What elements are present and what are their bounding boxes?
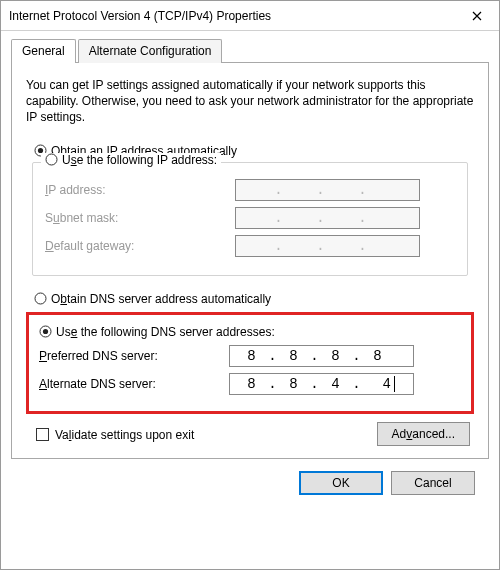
radio-dns-auto[interactable]: Obtain DNS server address automatically (34, 292, 474, 306)
highlight-dns-section: Use the following DNS server addresses: … (26, 312, 474, 414)
group-ip-manual: Use the following IP address: IP address… (32, 162, 468, 276)
input-preferred-dns[interactable]: 8.8.8.8 (229, 345, 414, 367)
input-alternate-dns[interactable]: 8.8.4.4 (229, 373, 414, 395)
advanced-button[interactable]: Advanced... (377, 422, 470, 446)
label-alternate-dns: Alternate DNS server: (39, 377, 229, 391)
label-preferred-dns: Preferred DNS server: (39, 349, 229, 363)
tab-alternate[interactable]: Alternate Configuration (78, 39, 223, 63)
input-default-gateway: ... (235, 235, 420, 257)
radio-unselected-icon (45, 153, 58, 166)
label-subnet-mask: Subnet mask: (45, 211, 235, 225)
window-title: Internet Protocol Version 4 (TCP/IPv4) P… (9, 9, 455, 23)
svg-point-5 (43, 329, 48, 334)
intro-text: You can get IP settings assigned automat… (26, 77, 474, 126)
tab-strip: General Alternate Configuration (11, 39, 489, 63)
cancel-button[interactable]: Cancel (391, 471, 475, 495)
content-area: General Alternate Configuration You can … (1, 31, 499, 569)
radio-ip-manual-label: Use the following IP address: (62, 153, 217, 167)
input-ip-address: ... (235, 179, 420, 201)
input-subnet-mask: ... (235, 207, 420, 229)
radio-dns-auto-label: Obtain DNS server address automatically (51, 292, 271, 306)
dialog-window: Internet Protocol Version 4 (TCP/IPv4) P… (0, 0, 500, 570)
radio-unselected-icon (34, 292, 47, 305)
close-icon (472, 11, 482, 21)
radio-selected-icon (39, 325, 52, 338)
radio-ip-manual[interactable] (45, 153, 58, 166)
radio-dns-manual-label: Use the following DNS server addresses: (56, 325, 275, 339)
tab-panel-general: You can get IP settings assigned automat… (11, 62, 489, 459)
close-button[interactable] (455, 1, 499, 31)
radio-dns-manual[interactable]: Use the following DNS server addresses: (39, 325, 461, 339)
text-caret (394, 376, 395, 392)
svg-point-3 (35, 293, 46, 304)
dialog-footer: OK Cancel (11, 459, 489, 495)
titlebar: Internet Protocol Version 4 (TCP/IPv4) P… (1, 1, 499, 31)
label-default-gateway: Default gateway: (45, 239, 235, 253)
ok-button[interactable]: OK (299, 471, 383, 495)
svg-point-2 (46, 154, 57, 165)
tab-general[interactable]: General (11, 39, 76, 63)
label-ip-address: IP address: (45, 183, 235, 197)
